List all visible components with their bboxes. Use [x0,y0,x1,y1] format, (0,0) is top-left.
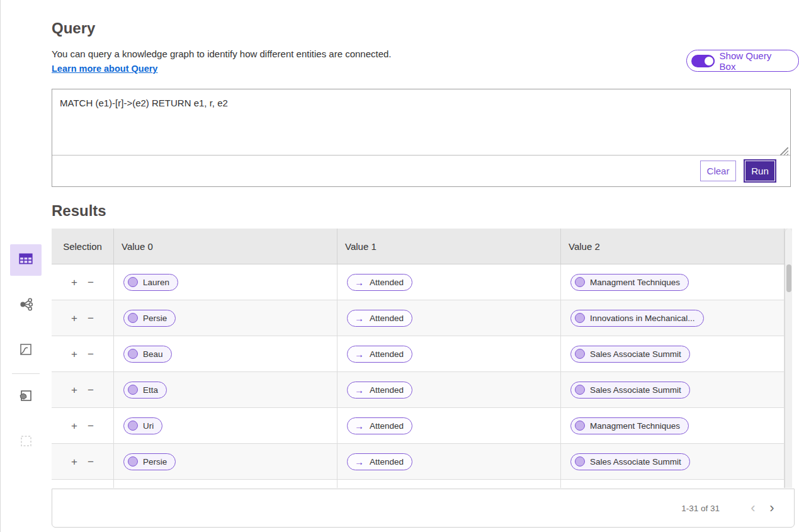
entity-label: Managment Techniques [590,278,680,287]
remove-from-selection-button[interactable]: − [88,421,94,431]
table-row: + − Beau →Attended Sales Associate Summi… [52,336,792,372]
next-page-button[interactable]: › [762,501,781,515]
textarea-resize-handle[interactable] [780,147,788,156]
sidebar-item-selection-disabled [10,426,42,458]
learn-more-link[interactable]: Learn more about Query [52,64,157,74]
run-button[interactable]: Run [745,161,775,181]
entity-node-icon [128,421,138,431]
page-description: You can query a knowledge graph to ident… [52,48,392,59]
entity-pill[interactable]: Managment Techniques [570,274,689,291]
entity-pill[interactable]: Persie [123,453,176,470]
show-query-box-toggle[interactable]: Show Query Box [686,50,799,72]
entity-node-icon [128,385,138,395]
add-to-selection-button[interactable]: + [71,277,77,288]
entity-pill[interactable]: Persie [123,310,176,327]
previous-page-button[interactable]: ‹ [744,501,762,515]
sidebar-item-link-chart-view[interactable] [10,290,42,321]
add-to-selection-button[interactable]: + [71,313,77,324]
entity-pill[interactable]: Sales Associate Summit [570,453,690,470]
entity-node-icon [575,313,585,323]
remove-from-selection-button[interactable]: − [88,456,94,467]
add-to-selection-button[interactable]: + [71,385,77,395]
entity-label: Sales Associate Summit [590,349,681,359]
toggle-switch-icon [691,55,715,67]
relationship-label: Attended [370,314,404,323]
column-header-value1: Value 1 [337,229,561,264]
entity-label: Etta [143,385,158,395]
selection-icon [18,433,33,451]
table-row: + − Etta →Attended Sales Associate Summi… [52,372,792,408]
remove-from-selection-button[interactable]: − [88,313,94,324]
relationship-label: Attended [370,421,404,431]
entity-label: Lauren [143,278,169,287]
entity-label: Uri [143,421,154,431]
relationship-pill[interactable]: →Attended [347,382,412,399]
entity-pill[interactable]: Etta [123,382,167,399]
pagination-range: 1-31 of 31 [681,504,720,513]
relationship-pill[interactable]: →Attended [347,453,412,470]
table-row: + − Lauren →Attended Innovations in Mech… [52,480,792,488]
sidebar-divider [12,373,40,374]
entity-node-icon [575,349,585,359]
add-to-selection-button[interactable]: + [71,421,77,431]
relationship-pill[interactable]: →Attended [347,417,412,434]
arrow-right-icon: → [354,278,364,287]
entity-label: Sales Associate Summit [590,457,681,467]
query-input[interactable] [52,89,790,156]
sidebar-item-new-map-view[interactable] [10,381,42,412]
relationship-label: Attended [370,278,404,287]
entity-node-icon [575,277,585,287]
remove-from-selection-button[interactable]: − [88,385,94,395]
entity-node-icon [575,456,585,467]
entity-pill[interactable]: Uri [123,417,162,434]
arrow-right-icon: → [354,349,364,359]
entity-pill[interactable]: Sales Associate Summit [570,346,690,363]
relationship-pill[interactable]: →Attended [347,274,412,291]
new-map-icon [18,388,33,405]
results-footer: 1-31 of 31 ‹ › [52,489,795,528]
entity-label: Innovations in Mechanical... [590,314,695,323]
remove-from-selection-button[interactable]: − [88,349,94,359]
clear-button[interactable]: Clear [700,161,736,181]
table-scrollbar-track [785,229,792,488]
entity-label: Sales Associate Summit [590,385,681,395]
entity-pill[interactable]: Managment Techniques [570,417,689,434]
table-row: + − Persie →Attended Sales Associate Sum… [52,444,792,480]
table-row: + − Persie →Attended Innovations in Mech… [52,300,792,336]
page-title: Query [52,20,95,37]
entity-node-icon [128,277,138,287]
results-title: Results [52,202,106,220]
add-to-selection-button[interactable]: + [71,349,77,359]
relationship-pill[interactable]: →Attended [347,310,412,327]
column-header-selection: Selection [52,229,114,264]
entity-node-icon [128,456,138,467]
table-scrollbar-thumb[interactable] [786,264,791,292]
arrow-right-icon: → [354,385,364,395]
sidebar-item-map-view[interactable] [10,335,42,366]
entity-label: Managment Techniques [590,421,680,431]
relationship-label: Attended [370,349,404,359]
entity-pill[interactable]: Sales Associate Summit [570,382,690,399]
view-switcher-sidebar [10,244,42,458]
entity-pill[interactable]: Beau [123,346,172,363]
sidebar-item-table-view[interactable] [10,244,42,276]
relationship-label: Attended [370,457,404,467]
entity-node-icon [575,385,585,395]
add-to-selection-button[interactable]: + [71,456,77,467]
arrow-right-icon: → [354,421,364,431]
entity-pill[interactable]: Lauren [123,274,178,291]
entity-pill[interactable]: Innovations in Mechanical... [570,310,704,327]
entity-node-icon [128,349,138,359]
entity-label: Beau [143,349,163,359]
toggle-label: Show Query Box [720,50,790,72]
column-header-value0: Value 0 [114,229,337,264]
query-panel: Clear Run [52,89,791,187]
remove-from-selection-button[interactable]: − [88,277,94,288]
entity-node-icon [128,313,138,323]
query-actions: Clear Run [52,156,790,186]
arrow-right-icon: → [354,457,364,467]
table-row: + − Lauren →Attended Managment Technique… [52,264,792,300]
map-view-icon [18,342,33,359]
entity-node-icon [575,421,585,431]
relationship-pill[interactable]: →Attended [347,346,412,363]
